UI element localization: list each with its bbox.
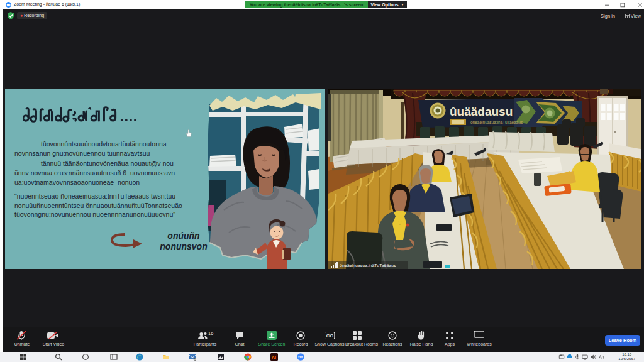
svg-text:zm: zm (298, 355, 303, 359)
svg-text:ûuäädausu: ûuäädausu (450, 105, 513, 118)
svg-text:öneäeinuasua:inäTuTaëäaus: öneäeinuasua:inäTuTaëäaus (470, 120, 523, 124)
svg-text:CC: CC (326, 333, 333, 339)
svg-text:Ai: Ai (272, 355, 276, 359)
svg-text:öneäeinuasua:inäTuTaëäaus: öneäeinuasua:inäTuTaëäaus (340, 263, 396, 268)
